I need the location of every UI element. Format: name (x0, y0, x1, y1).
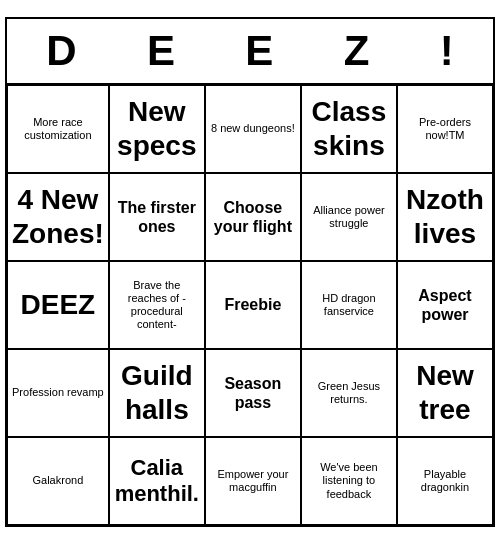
bingo-cell: Calia menthil. (109, 437, 205, 525)
bingo-cell: 8 new dungeons! (205, 85, 301, 173)
bingo-cell: Alliance power struggle (301, 173, 397, 261)
bingo-title: DEEZ! (7, 19, 493, 85)
bingo-grid: More race customizationNew specs8 new du… (7, 85, 493, 525)
title-letter: E (245, 27, 273, 75)
title-letter: ! (440, 27, 454, 75)
title-letter: Z (344, 27, 370, 75)
bingo-cell: Green Jesus returns. (301, 349, 397, 437)
bingo-cell: Season pass (205, 349, 301, 437)
title-letter: E (147, 27, 175, 75)
bingo-card: DEEZ! More race customizationNew specs8 … (5, 17, 495, 527)
bingo-cell: New specs (109, 85, 205, 173)
bingo-cell: Pre-orders now!TM (397, 85, 493, 173)
bingo-cell: The firster ones (109, 173, 205, 261)
bingo-cell: Playable dragonkin (397, 437, 493, 525)
bingo-cell: Galakrond (7, 437, 109, 525)
bingo-cell: Freebie (205, 261, 301, 349)
title-letter: D (46, 27, 76, 75)
bingo-cell: Nzoth lives (397, 173, 493, 261)
bingo-cell: Empower your macguffin (205, 437, 301, 525)
bingo-cell: Profession revamp (7, 349, 109, 437)
bingo-cell: New tree (397, 349, 493, 437)
bingo-cell: HD dragon fanservice (301, 261, 397, 349)
bingo-cell: Brave the reaches of -procedural content… (109, 261, 205, 349)
bingo-cell: Guild halls (109, 349, 205, 437)
bingo-cell: Class skins (301, 85, 397, 173)
bingo-cell: 4 New Zones! (7, 173, 109, 261)
bingo-cell: Aspect power (397, 261, 493, 349)
bingo-cell: Choose your flight (205, 173, 301, 261)
bingo-cell: We've been listening to feedback (301, 437, 397, 525)
bingo-cell: DEEZ (7, 261, 109, 349)
bingo-cell: More race customization (7, 85, 109, 173)
